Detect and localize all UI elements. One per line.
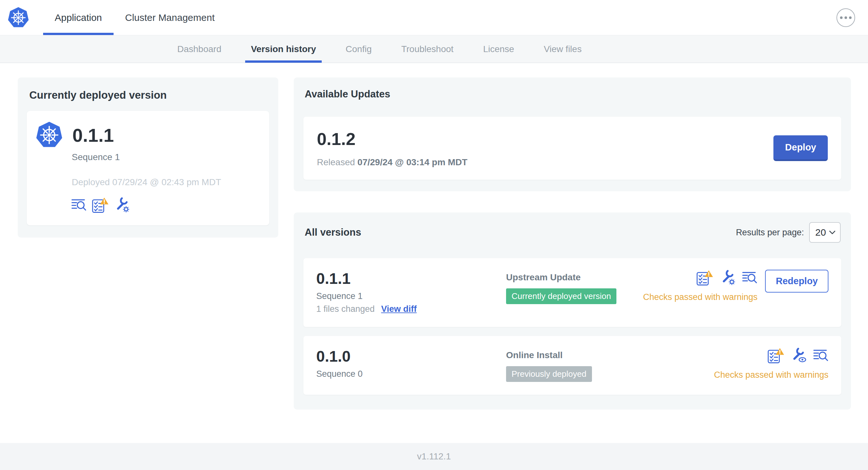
preflight-checks-warning-icon[interactable] bbox=[696, 270, 714, 286]
app-tabs: Application Cluster Management bbox=[43, 0, 226, 35]
available-updates-title: Available Updates bbox=[305, 89, 841, 100]
row-sequence-label: Sequence 1 bbox=[316, 291, 506, 301]
checks-status-text: Checks passed with warnings bbox=[643, 292, 758, 302]
kubernetes-logo-icon bbox=[7, 6, 30, 29]
row-source-label: Upstream Update bbox=[506, 272, 643, 282]
results-per-page-select[interactable]: 20 bbox=[809, 222, 841, 243]
checks-status-text: Checks passed with warnings bbox=[714, 370, 829, 380]
row-sequence-label: Sequence 0 bbox=[316, 369, 506, 379]
view-diff-link[interactable]: View diff bbox=[381, 304, 417, 314]
row-source-label: Online Install bbox=[506, 350, 714, 360]
tab-cluster-management[interactable]: Cluster Management bbox=[114, 0, 226, 35]
row-files-changed-label: 1 files changed bbox=[316, 304, 375, 314]
deploy-logs-icon[interactable] bbox=[813, 347, 829, 363]
tab-config[interactable]: Config bbox=[331, 35, 386, 63]
row-version-label: 0.1.0 bbox=[316, 347, 506, 365]
version-row: 0.1.1 Sequence 1 1 files changed View di… bbox=[303, 258, 841, 327]
deployed-version-actions bbox=[71, 197, 260, 213]
deploy-logs-icon[interactable] bbox=[742, 270, 757, 285]
edit-config-icon[interactable] bbox=[114, 197, 130, 212]
deploy-button[interactable]: Deploy bbox=[773, 135, 828, 161]
preflight-checks-warning-icon[interactable] bbox=[767, 347, 785, 364]
currently-deployed-panel: Currently deployed version 0.1.1 Sequenc… bbox=[18, 77, 278, 238]
results-per-page-label: Results per page: bbox=[736, 228, 804, 238]
main-content: Currently deployed version 0.1.1 Sequenc… bbox=[0, 63, 868, 443]
preflight-checks-warning-icon[interactable] bbox=[92, 197, 109, 213]
status-badge: Currently deployed version bbox=[506, 289, 616, 304]
deployed-version-label: 0.1.1 bbox=[72, 125, 114, 146]
tab-view-files[interactable]: View files bbox=[529, 35, 596, 63]
update-released-timestamp: Released 07/29/24 @ 03:14 pm MDT bbox=[317, 157, 467, 167]
status-badge: Previously deployed bbox=[506, 366, 592, 382]
deploy-logs-icon[interactable] bbox=[71, 197, 87, 212]
edit-config-icon[interactable] bbox=[720, 270, 736, 285]
app-subnav: Dashboard Version history Config Trouble… bbox=[0, 35, 868, 63]
tab-version-history[interactable]: Version history bbox=[236, 35, 331, 63]
tab-license[interactable]: License bbox=[468, 35, 529, 63]
tab-application[interactable]: Application bbox=[43, 0, 114, 35]
ellipsis-icon bbox=[840, 16, 843, 19]
available-updates-panel: Available Updates 0.1.2 Released 07/29/2… bbox=[294, 77, 851, 191]
currently-deployed-card: 0.1.1 Sequence 1 Deployed 07/29/24 @ 02:… bbox=[27, 111, 269, 225]
tab-troubleshoot[interactable]: Troubleshoot bbox=[386, 35, 468, 63]
chevron-down-icon bbox=[829, 231, 836, 235]
row-version-label: 0.1.1 bbox=[316, 270, 506, 288]
app-footer: v1.112.1 bbox=[0, 443, 868, 470]
view-config-icon[interactable] bbox=[791, 347, 807, 363]
update-version-label: 0.1.2 bbox=[317, 129, 467, 149]
redeploy-button[interactable]: Redeploy bbox=[765, 270, 829, 293]
deployed-sequence-label: Sequence 1 bbox=[72, 152, 260, 162]
tab-dashboard[interactable]: Dashboard bbox=[162, 35, 236, 63]
kubernetes-app-icon bbox=[35, 121, 63, 149]
overflow-menu-button[interactable] bbox=[836, 8, 855, 27]
console-version-label: v1.112.1 bbox=[417, 451, 451, 462]
available-update-card: 0.1.2 Released 07/29/24 @ 03:14 pm MDT D… bbox=[303, 117, 841, 180]
all-versions-title: All versions bbox=[305, 227, 361, 238]
all-versions-panel: All versions Results per page: 20 0.1.1 … bbox=[294, 212, 851, 409]
top-nav: Application Cluster Management bbox=[0, 0, 868, 35]
currently-deployed-title: Currently deployed version bbox=[29, 89, 269, 101]
version-row: 0.1.0 Sequence 0 Online Install Previous… bbox=[303, 336, 841, 395]
deployed-timestamp: Deployed 07/29/24 @ 02:43 pm MDT bbox=[72, 177, 260, 188]
